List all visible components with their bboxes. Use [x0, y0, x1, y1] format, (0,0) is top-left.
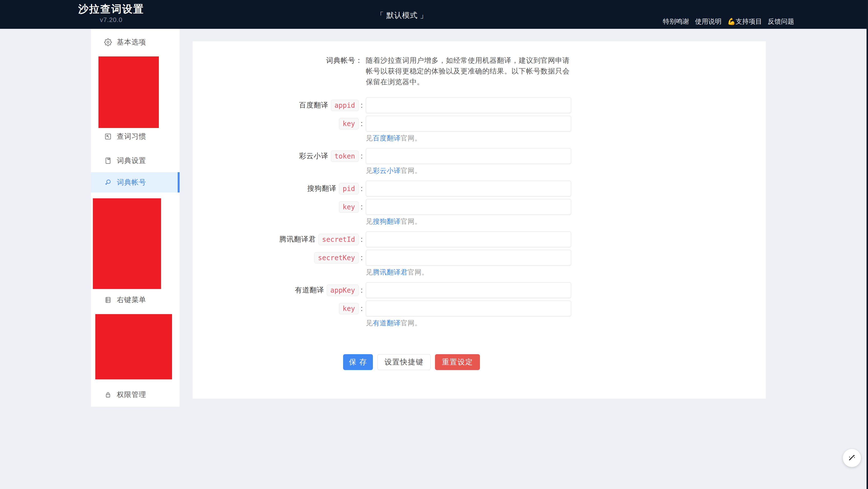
group-sogou: 搜狗翻译 pid : key : 见搜狗翻译官网。: [192, 181, 766, 226]
group-caiyun: 彩云小译 token : 见彩云小译官网。: [192, 148, 766, 175]
form-row: secretKey :: [192, 250, 766, 265]
sidebar-item-context-menu[interactable]: 右键菜单: [91, 290, 180, 310]
youdao-appkey-input[interactable]: [366, 282, 571, 298]
sidebar-item-label: 右键菜单: [117, 295, 146, 305]
section-dict-accounts: 词典帐号： 随着沙拉查词用户增多，如经常使用机器翻译，建议到官网申请帐号以获得更…: [192, 55, 766, 87]
field-tag: key: [339, 118, 359, 129]
tencent-site-link[interactable]: 腾讯翻译君: [373, 268, 408, 276]
page-title: 沙拉查词设置: [78, 3, 144, 15]
provider-label: 搜狗翻译: [307, 184, 337, 193]
youdao-site-link[interactable]: 有道翻译: [373, 319, 401, 327]
app-version: v7.20.0: [78, 16, 144, 24]
provider-note: 见搜狗翻译官网。: [366, 217, 766, 226]
sidebar: 基本选项 查词习惯 词典设置 词典帐号: [91, 29, 180, 407]
settings-panel: 词典帐号： 随着沙拉查词用户增多，如经常使用机器翻译，建议到官网申请帐号以获得更…: [192, 41, 766, 399]
book-icon: [104, 157, 112, 165]
sogou-pid-input[interactable]: [366, 181, 571, 196]
sidebar-promo-image-3[interactable]: [95, 314, 172, 379]
dark-edge-strip: [867, 0, 868, 489]
header-link-manual[interactable]: 使用说明: [695, 17, 721, 26]
sogou-site-link[interactable]: 搜狗翻译: [373, 218, 401, 225]
provider-note: 见有道翻译官网。: [366, 319, 766, 327]
mode-label: 「 默认模式 」: [376, 10, 428, 21]
sidebar-item-basic-options[interactable]: 基本选项: [91, 32, 180, 52]
tencent-secretkey-input[interactable]: [366, 250, 571, 265]
set-shortcuts-button[interactable]: 设置快捷键: [377, 354, 431, 370]
app-title-block: 沙拉查词设置 v7.20.0: [78, 3, 144, 24]
form-row: key :: [192, 116, 766, 131]
baidu-site-link[interactable]: 百度翻译: [373, 134, 401, 142]
gear-icon: [104, 38, 112, 46]
section-label: 词典帐号：: [192, 55, 363, 87]
provider-label: 有道翻译: [295, 285, 324, 295]
field-tag: pid: [339, 183, 359, 194]
group-tencent: 腾讯翻译君 secretId : secretKey : 见腾讯翻译君官网。: [192, 232, 766, 276]
form-actions: 保 存 设置快捷键 重置设定: [343, 354, 766, 370]
caiyun-token-input[interactable]: [366, 148, 571, 164]
form-row: 百度翻译 appid :: [192, 97, 766, 113]
field-tag: appid: [331, 100, 359, 111]
youdao-key-input[interactable]: [366, 301, 571, 316]
header-link-support[interactable]: 💪支持项目: [727, 17, 762, 26]
sidebar-item-lookup-habits[interactable]: 查词习惯: [91, 126, 180, 146]
magic-wand-icon: [847, 453, 857, 463]
sidebar-promo-image-1[interactable]: [98, 57, 159, 128]
provider-note: 见百度翻译官网。: [366, 134, 766, 142]
sidebar-item-label: 权限管理: [117, 390, 146, 400]
group-youdao: 有道翻译 appKey : key : 见有道翻译官网。: [192, 282, 766, 327]
sidebar-item-dict-accounts[interactable]: 词典帐号: [91, 172, 180, 193]
sogou-key-input[interactable]: [366, 199, 571, 215]
form-row: key :: [192, 301, 766, 316]
sidebar-item-label: 词典帐号: [117, 177, 146, 187]
reset-settings-button[interactable]: 重置设定: [435, 354, 480, 370]
sidebar-item-label: 词典设置: [117, 156, 146, 166]
provider-label: 百度翻译: [299, 100, 329, 110]
tencent-secretid-input[interactable]: [366, 232, 571, 247]
field-tag: key: [339, 201, 359, 213]
search-icon: [104, 178, 112, 186]
form-row: 搜狗翻译 pid :: [192, 181, 766, 196]
header-links: 特别鸣谢 使用说明 💪支持项目 反馈问题: [663, 17, 794, 26]
sidebar-item-label: 基本选项: [117, 37, 146, 47]
form-row: 有道翻译 appKey :: [192, 282, 766, 298]
provider-note: 见彩云小译官网。: [366, 167, 766, 175]
quick-actions-fab[interactable]: [843, 449, 861, 467]
lock-icon: [104, 391, 112, 399]
provider-label: 腾讯翻译君: [279, 234, 316, 244]
provider-label: 彩云小译: [299, 151, 329, 161]
field-tag: appKey: [327, 285, 359, 296]
menu-list-icon: [104, 296, 112, 304]
sidebar-item-permissions[interactable]: 权限管理: [91, 385, 180, 405]
header-link-feedback[interactable]: 反馈问题: [768, 17, 794, 26]
group-baidu: 百度翻译 appid : key : 见百度翻译官网。: [192, 97, 766, 142]
form-row: key :: [192, 199, 766, 215]
sidebar-promo-image-2[interactable]: [93, 198, 161, 289]
baidu-key-input[interactable]: [366, 116, 571, 131]
header-link-credits[interactable]: 特别鸣谢: [663, 17, 689, 26]
provider-note: 见腾讯翻译君官网。: [366, 268, 766, 276]
sidebar-item-label: 查词习惯: [117, 132, 146, 141]
field-tag: secretKey: [314, 252, 359, 264]
save-button[interactable]: 保 存: [343, 354, 373, 370]
caiyun-site-link[interactable]: 彩云小译: [373, 167, 401, 174]
section-description: 随着沙拉查词用户增多，如经常使用机器翻译，建议到官网申请帐号以获得更稳定的体验以…: [366, 55, 571, 87]
baidu-appid-input[interactable]: [366, 97, 571, 113]
form-row: 彩云小译 token :: [192, 148, 766, 164]
field-tag: key: [339, 303, 359, 314]
cursor-select-icon: [104, 133, 112, 140]
form-row: 腾讯翻译君 secretId :: [192, 232, 766, 247]
sidebar-item-dict-settings[interactable]: 词典设置: [91, 151, 180, 171]
app-header: 沙拉查词设置 v7.20.0 「 默认模式 」 特别鸣谢 使用说明 💪支持项目 …: [0, 0, 868, 29]
field-tag: secretId: [318, 234, 359, 245]
field-tag: token: [331, 151, 359, 162]
